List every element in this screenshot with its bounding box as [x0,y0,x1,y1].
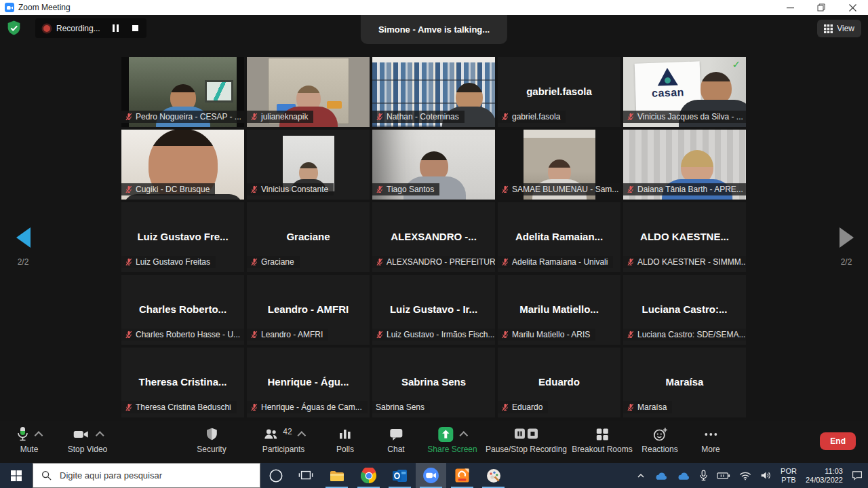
close-button[interactable] [837,0,868,15]
muted-mic-icon [125,185,133,193]
participant-tile[interactable]: ALEXSANDRO -...ALEXSANDRO - PREFEITUR... [372,202,495,272]
speaker-toast: Simone - Amve is talking... [361,15,507,44]
restore-button[interactable] [806,0,837,15]
outlook-taskbar-icon[interactable] [384,463,415,488]
participant-name-center: Luciana Castro:... [626,303,743,314]
participant-name: Luiz Gustavo Freitas [136,257,210,267]
file-explorer-taskbar-icon[interactable] [321,463,352,488]
participant-name-center: Theresa Cristina... [124,375,241,387]
mute-options-chevron-icon[interactable] [35,431,43,440]
participant-label: Theresa Cristina Beduschi [121,401,237,413]
participant-tile[interactable]: Vinicius Constante [247,130,370,200]
minimize-button[interactable] [774,0,806,15]
security-button[interactable]: Security [197,426,226,454]
page-indicator: 2/2 [9,257,37,267]
pause-stop-recording-button[interactable]: Pause/Stop Recording [486,426,567,454]
participant-label: Cugiki - DC Brusque [121,183,215,195]
microphone-tray-icon[interactable] [699,470,708,481]
onedrive-icon[interactable] [654,471,668,481]
next-page-arrow[interactable]: 2/2 [833,227,860,267]
share-screen-button[interactable]: Share Screen [427,426,477,454]
toolbar-button-label: Reactions [642,445,677,454]
meeting-info-shield-icon[interactable] [5,20,22,37]
toolbar-button-label: Mute [20,445,39,454]
clock[interactable]: 11:0324/03/2022 [806,467,843,485]
participant-tile[interactable]: Adelita Ramaian...Adelita Ramaiana - Uni… [498,202,620,272]
date: 24/03/2022 [806,476,843,485]
pause-recording-button[interactable] [111,22,121,34]
participant-tile[interactable]: Luiz Gustavo Fre...Luiz Gustavo Freitas [121,202,244,272]
cortana-taskbar-icon[interactable] [260,463,291,488]
wifi-icon[interactable] [739,471,751,481]
task-view-taskbar-icon[interactable] [290,463,321,488]
participant-tile[interactable]: Daiana Tânia Barth - APRE... [623,130,746,200]
participant-label: Maraísa [623,401,672,413]
toolbar-button-label: More [701,445,719,454]
battery-icon[interactable] [717,471,730,480]
mute-button[interactable]: Mute [17,426,42,454]
muted-mic-icon [627,185,635,193]
participant-label: Leandro - AMFRI [247,329,328,341]
participant-tile[interactable]: Marilu Matiello...Marilu Matiello - ARIS [498,275,620,345]
participant-tile[interactable]: Pedro Nogueira - CESAP - ... [121,57,244,127]
language-indicator[interactable]: PORPTB [781,467,797,485]
participant-name-center: Charles Roberto... [124,303,241,314]
scene-sign-text: casan [635,86,701,100]
paint-taskbar-icon[interactable] [478,463,509,488]
participant-name-center: Luiz Gustavo - Ir... [375,303,492,314]
breakout-rooms-button[interactable]: Breakout Rooms [572,426,632,454]
participant-label: Luciana Castro: SDE/SEMA... [623,329,746,341]
participant-tile[interactable]: SAMAE BLUMENAU - Sam... [498,130,620,200]
participants-options-chevron-icon[interactable] [298,431,307,440]
participant-tile[interactable]: Charles Roberto...Charles Roberto Hasse … [121,275,244,345]
chrome-taskbar-icon[interactable] [353,463,384,488]
volume-icon[interactable] [760,470,772,481]
participant-tile[interactable]: Luciana Castro:...Luciana Castro: SDE/SE… [623,275,746,345]
participant-name: SAMAE BLUMENAU - Sam... [512,185,618,194]
polls-button[interactable]: Polls [336,426,354,454]
muted-mic-icon [250,403,258,411]
zoom-taskbar-icon[interactable] [416,463,446,488]
participant-tile[interactable]: MaraísaMaraísa [623,348,746,417]
participant-tile[interactable]: julianeknapik [247,57,370,127]
participant-tile[interactable]: Sabrina SensSabrina Sens [372,348,495,417]
stop-video-options-chevron-icon[interactable] [96,431,104,440]
participant-label: Vinicius Constante [247,183,334,195]
participant-tile[interactable]: GracianeGraciane [247,202,370,272]
search-input[interactable] [58,470,224,481]
muted-mic-icon [501,185,509,193]
stop-recording-button[interactable] [132,25,138,31]
onedrive-icon[interactable] [677,471,690,481]
toolbar-button-label: Security [197,445,226,454]
foxit-pdf-taskbar-icon[interactable] [447,463,477,488]
time: 11:03 [825,467,843,476]
start-button[interactable] [0,463,33,488]
chat-button[interactable]: Chat [387,426,404,454]
participants-button[interactable]: 42Participants [262,426,304,454]
muted-mic-icon [250,258,258,266]
participant-tile[interactable]: Theresa Cristina...Theresa Cristina Bedu… [121,348,244,417]
participant-name: Luciana Castro: SDE/SEMA... [637,330,745,339]
view-button[interactable]: View [817,20,861,37]
participant-tile[interactable]: Luiz Gustavo - Ir...Luiz Gustavo - Irmão… [372,275,495,345]
participant-tile[interactable]: ALDO KAESTNE...ALDO KAESTNER - SIMMM... [623,202,746,272]
participant-tile[interactable]: Tiago Santos [372,130,495,200]
tray-chevron-up-icon[interactable] [636,471,646,481]
end-meeting-button[interactable]: End [820,432,856,450]
participant-tile[interactable]: Henrique - Águ...Henrique - Águas de Cam… [247,348,370,417]
reactions-button[interactable]: Reactions [642,426,677,454]
action-center-icon[interactable] [852,470,863,481]
participant-tile[interactable]: gabriel.fasolagabriel.fasola [498,57,620,127]
taskbar-search[interactable] [33,463,260,488]
participant-tile[interactable]: Leandro - AMFRILeandro - AMFRI [247,275,370,345]
reactions-icon [652,426,668,443]
participant-tile[interactable]: casan✓Vinicius Jacques da Silva - ... [623,57,746,127]
polls-icon [337,426,353,443]
previous-page-arrow[interactable]: 2/2 [9,227,37,267]
participant-tile[interactable]: Nathan - Coteminas [372,57,495,127]
participant-tile[interactable]: EduardoEduardo [498,348,620,417]
participant-tile[interactable]: Cugiki - DC Brusque [121,130,244,200]
more-button[interactable]: More [701,426,719,454]
stop-video-button[interactable]: Stop Video [68,426,108,454]
share-screen-options-chevron-icon[interactable] [460,431,469,440]
